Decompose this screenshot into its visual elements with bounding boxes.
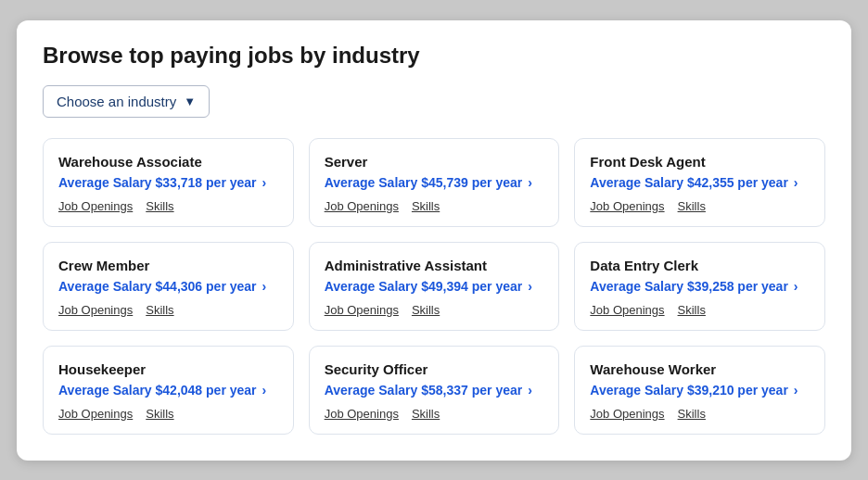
arrow-right-icon: › — [528, 383, 532, 398]
salary-row: Average Salary $42,355 per year › — [590, 175, 810, 190]
salary-text[interactable]: Average Salary $58,337 per year — [325, 383, 523, 398]
salary-row: Average Salary $33,718 per year › — [58, 175, 278, 190]
arrow-right-icon: › — [262, 279, 267, 294]
links-row: Job Openings Skills — [325, 199, 544, 213]
job-openings-link[interactable]: Job Openings — [325, 407, 399, 421]
links-row: Job Openings Skills — [590, 407, 810, 421]
arrow-right-icon: › — [262, 383, 267, 398]
job-title: Warehouse Associate — [58, 154, 278, 170]
job-title: Housekeeper — [58, 361, 278, 377]
job-card: Administrative Assistant Average Salary … — [309, 242, 560, 331]
arrow-right-icon: › — [528, 175, 532, 190]
job-title: Warehouse Worker — [590, 361, 810, 377]
job-card: Housekeeper Average Salary $42,048 per y… — [43, 346, 294, 435]
links-row: Job Openings Skills — [58, 199, 278, 213]
skills-link[interactable]: Skills — [678, 303, 706, 317]
job-title: Administrative Assistant — [325, 258, 544, 273]
job-openings-link[interactable]: Job Openings — [590, 303, 664, 317]
job-title: Server — [325, 154, 544, 170]
skills-link[interactable]: Skills — [678, 407, 706, 421]
salary-row: Average Salary $39,258 per year › — [590, 279, 810, 294]
job-title: Security Officer — [325, 361, 544, 377]
links-row: Job Openings Skills — [325, 407, 544, 421]
job-card: Warehouse Associate Average Salary $33,7… — [43, 138, 294, 227]
salary-text[interactable]: Average Salary $42,048 per year — [58, 383, 257, 398]
arrow-right-icon: › — [794, 383, 798, 398]
salary-text[interactable]: Average Salary $45,739 per year — [325, 175, 523, 190]
job-card: Server Average Salary $45,739 per year ›… — [309, 138, 560, 227]
job-title: Crew Member — [58, 258, 278, 273]
job-card: Data Entry Clerk Average Salary $39,258 … — [574, 242, 825, 331]
job-card: Front Desk Agent Average Salary $42,355 … — [574, 138, 825, 227]
salary-text[interactable]: Average Salary $44,306 per year — [58, 279, 257, 294]
skills-link[interactable]: Skills — [412, 303, 440, 317]
salary-text[interactable]: Average Salary $42,355 per year — [590, 175, 788, 190]
salary-text[interactable]: Average Salary $39,258 per year — [590, 279, 788, 294]
job-openings-link[interactable]: Job Openings — [325, 303, 399, 317]
skills-link[interactable]: Skills — [146, 199, 173, 213]
arrow-right-icon: › — [794, 175, 798, 190]
salary-text[interactable]: Average Salary $39,210 per year — [590, 383, 788, 398]
job-title: Front Desk Agent — [590, 154, 810, 170]
salary-text[interactable]: Average Salary $33,718 per year — [58, 175, 257, 190]
jobs-grid: Warehouse Associate Average Salary $33,7… — [43, 138, 825, 435]
industry-dropdown[interactable]: Choose an industry ▼ — [43, 85, 210, 118]
job-title: Data Entry Clerk — [590, 258, 810, 273]
job-openings-link[interactable]: Job Openings — [58, 407, 133, 421]
arrow-right-icon: › — [262, 175, 267, 190]
skills-link[interactable]: Skills — [412, 199, 440, 213]
links-row: Job Openings Skills — [590, 199, 810, 213]
arrow-right-icon: › — [528, 279, 532, 294]
salary-row: Average Salary $58,337 per year › — [325, 383, 544, 398]
skills-link[interactable]: Skills — [146, 407, 173, 421]
dropdown-label: Choose an industry — [57, 94, 176, 109]
job-openings-link[interactable]: Job Openings — [58, 303, 133, 317]
job-card: Warehouse Worker Average Salary $39,210 … — [574, 346, 825, 435]
job-openings-link[interactable]: Job Openings — [590, 199, 664, 213]
arrow-right-icon: › — [794, 279, 798, 294]
skills-link[interactable]: Skills — [146, 303, 173, 317]
skills-link[interactable]: Skills — [678, 199, 706, 213]
job-openings-link[interactable]: Job Openings — [58, 199, 133, 213]
main-container: Browse top paying jobs by industry Choos… — [17, 20, 851, 461]
links-row: Job Openings Skills — [58, 407, 278, 421]
chevron-down-icon: ▼ — [184, 95, 196, 108]
job-openings-link[interactable]: Job Openings — [325, 199, 399, 213]
job-openings-link[interactable]: Job Openings — [590, 407, 664, 421]
links-row: Job Openings Skills — [325, 303, 544, 317]
salary-row: Average Salary $49,394 per year › — [325, 279, 544, 294]
salary-row: Average Salary $42,048 per year › — [58, 383, 278, 398]
salary-row: Average Salary $45,739 per year › — [325, 175, 544, 190]
links-row: Job Openings Skills — [58, 303, 278, 317]
links-row: Job Openings Skills — [590, 303, 810, 317]
skills-link[interactable]: Skills — [412, 407, 440, 421]
page-title: Browse top paying jobs by industry — [43, 43, 825, 69]
job-card: Crew Member Average Salary $44,306 per y… — [43, 242, 294, 331]
salary-row: Average Salary $44,306 per year › — [58, 279, 278, 294]
job-card: Security Officer Average Salary $58,337 … — [309, 346, 560, 435]
salary-row: Average Salary $39,210 per year › — [590, 383, 810, 398]
salary-text[interactable]: Average Salary $49,394 per year — [325, 279, 523, 294]
